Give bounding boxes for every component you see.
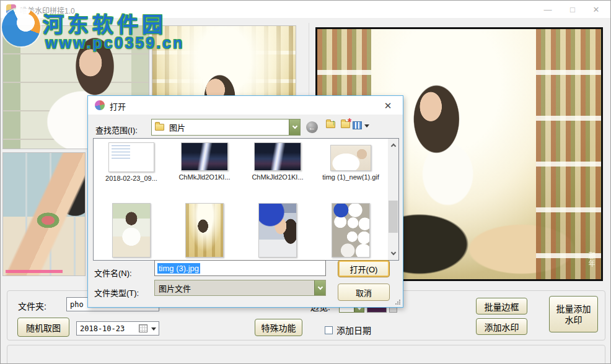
scrollbar[interactable] [388, 139, 398, 260]
new-folder-icon[interactable]: * [341, 121, 350, 128]
folder-icon [155, 124, 164, 131]
file-name: ChMkJld2O1KI... [174, 173, 235, 181]
file-thumbnail-nightsky [254, 142, 301, 171]
up-one-level-icon[interactable]: ↑ [326, 121, 335, 128]
file-name: timg (1)_new(1).gif [320, 173, 382, 181]
add-date-checkbox[interactable] [325, 326, 333, 334]
date-picker[interactable]: 2018-10-23 [76, 321, 159, 336]
file-thumbnail-portrait [112, 203, 151, 258]
chevron-down-icon [390, 250, 395, 255]
random-pick-button[interactable]: 随机取图 [17, 318, 69, 337]
chevron-down-icon [292, 124, 297, 129]
cancel-button[interactable]: 取消 [338, 284, 390, 301]
file-name: 2018-02-23_09... [100, 175, 162, 183]
file-item[interactable]: ChMkJld2O1KI... [241, 142, 314, 183]
file-list: 2018-02-23_09... ChMkJld2O1KI... ChMkJld… [93, 138, 399, 261]
dialog-app-icon [95, 100, 105, 110]
chevron-up-icon [390, 144, 395, 149]
maximize-button[interactable]: □ [562, 1, 583, 18]
resize-grip[interactable] [395, 299, 401, 305]
look-in-label: 查找范围(I): [95, 124, 138, 136]
calendar-icon [139, 324, 147, 332]
app-window: 唯美水印拼接1.0 — □ ✕ 那年 河东软件园 www.pc0359.cn 文… [0, 0, 611, 364]
filename-label: 文件名(N): [94, 267, 132, 279]
app-icon [6, 4, 16, 14]
photo-shelf-right [536, 29, 601, 279]
up-arrow-glyph: ↑ [332, 118, 336, 127]
combo-dropdown-button[interactable] [289, 119, 300, 135]
file-item[interactable]: 2018-02-23_09... [95, 142, 168, 183]
file-item[interactable] [95, 203, 168, 258]
add-watermark-button[interactable]: 添加水印 [476, 318, 527, 335]
file-thumbnail-portrait [258, 203, 297, 258]
lower-groupbox [7, 345, 605, 364]
batch-border-button[interactable]: 批量边框 [476, 298, 527, 314]
scroll-up-button[interactable] [388, 140, 398, 150]
file-thumbnail-portrait [185, 203, 224, 258]
filetype-value: 图片文件 [159, 282, 191, 294]
scroll-down-button[interactable] [388, 248, 398, 259]
file-name: ChMkJld2O1KI... [247, 173, 309, 181]
batch-add-watermark-button[interactable]: 批量添加水印 [549, 296, 598, 332]
date-dropdown-caret-icon[interactable] [151, 327, 156, 331]
add-date-label: 添加日期 [336, 324, 371, 336]
open-file-dialog: 打开 ✕ 查找范围(I): 图片 ← ↑ * 2018-02-23_09... [87, 95, 403, 308]
filename-input[interactable]: timg (3).jpg [154, 260, 326, 276]
chevron-down-icon [317, 284, 322, 289]
view-menu-icon[interactable] [353, 121, 362, 129]
dialog-close-button[interactable]: ✕ [380, 99, 395, 113]
open-button[interactable]: 打开(O) [338, 260, 390, 277]
file-thumbnail-nightsky [181, 142, 228, 171]
date-value: 2018-10-23 [80, 324, 125, 333]
view-menu-caret-icon[interactable] [364, 124, 369, 128]
look-in-value: 图片 [169, 121, 185, 133]
look-in-combobox[interactable]: 图片 [151, 119, 301, 136]
new-folder-star-glyph: * [348, 117, 351, 128]
photo-watermark-text: 那年 [587, 252, 595, 268]
file-item[interactable] [314, 203, 387, 258]
title-bar: 唯美水印拼接1.0 — □ ✕ [1, 1, 610, 18]
preview-photo-tattoo [2, 152, 86, 276]
dialog-title: 打开 [110, 100, 126, 112]
file-thumbnail-screenshot [108, 142, 154, 172]
scrollbar-thumb[interactable] [389, 201, 398, 233]
filetype-label: 文件类型(T): [94, 287, 139, 298]
add-date-option: 添加日期 [325, 324, 371, 336]
file-item[interactable] [241, 203, 314, 258]
file-item[interactable] [168, 203, 241, 258]
back-icon[interactable]: ← [306, 121, 318, 133]
close-button[interactable]: ✕ [586, 1, 607, 18]
filename-selected-text: timg (3).jpg [157, 263, 200, 274]
minimize-button[interactable]: — [537, 1, 558, 18]
window-title: 唯美水印拼接1.0 [20, 5, 75, 15]
dialog-title-bar: 打开 ✕ [88, 96, 403, 115]
file-thumbnail-collage [332, 203, 370, 258]
photo4-watermark [6, 270, 63, 273]
filetype-dropdown-button[interactable] [314, 280, 325, 295]
filetype-combobox[interactable]: 图片文件 [154, 280, 326, 296]
file-item[interactable]: ChMkJld2O1KI... [168, 142, 241, 183]
folder-label: 文件夹: [18, 300, 46, 312]
special-functions-button[interactable]: 特殊功能 [255, 319, 302, 336]
file-item[interactable]: timg (1)_new(1).gif [314, 142, 387, 183]
file-thumbnail-gif [330, 145, 371, 171]
